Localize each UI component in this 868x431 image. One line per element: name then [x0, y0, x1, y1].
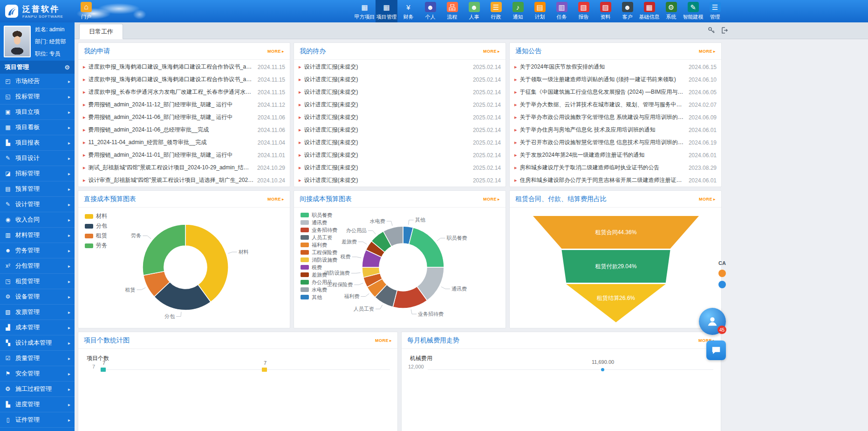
- more-link[interactable]: MORE▸: [483, 197, 500, 202]
- sidebar-menu-item[interactable]: ▙ 项目报表 ▸: [0, 135, 75, 151]
- todo-list-item[interactable]: ▸ 设计进度汇报(未提交) 2025.02.14: [299, 73, 501, 86]
- legend-item[interactable]: 水电费: [301, 286, 337, 293]
- topbar-module[interactable]: ☰ 管理: [704, 0, 726, 22]
- notice-list-item[interactable]: ▸ 于征集《中国建筑施工行业信息化发展报告 (2024) —BIM应用与发展》材…: [514, 86, 717, 98]
- topbar-module[interactable]: ▥ 任务: [551, 0, 573, 22]
- topbar-module[interactable]: ▨ 资料: [595, 0, 616, 22]
- application-list-item[interactable]: ▸ 进度款申报_长春市伊通河水力发电厂改建工程_长春市伊通河水力发电... 20…: [83, 86, 285, 98]
- legend-item[interactable]: 工程保险费: [301, 249, 337, 256]
- application-list-item[interactable]: ▸ 11_2024-11-04_admin_经营部_领导审批__完成 2024.…: [83, 136, 285, 149]
- notice-list-item[interactable]: ▸ 关于召开市政公用设施智慧化管理信息 信息技术与应用培训班的通知 2024.0…: [514, 136, 717, 149]
- todo-list-item[interactable]: ▸ 设计进度汇报(未提交) 2025.02.14: [299, 174, 501, 187]
- more-link[interactable]: MORE▸: [267, 197, 284, 202]
- sidebar-menu-item[interactable]: ▯ 证件管理 ▸: [0, 412, 75, 428]
- sidebar-menu-item[interactable]: ❂ 施工过程管理 ▸: [0, 382, 75, 397]
- sidebar-menu-item[interactable]: ▤ 预算管理 ▸: [0, 181, 75, 197]
- legend-item[interactable]: 租赁: [85, 231, 107, 241]
- sidebar-menu-item[interactable]: ◪ 招标管理 ▸: [0, 166, 75, 181]
- notice-list-item[interactable]: ▸ 住房和城乡建设部办公厅关于同意吉林省开展二级建造师注册证书电子化试点... …: [514, 174, 717, 187]
- fanpu-logo[interactable]: 泛普软件 FANPU SOFTWARE: [0, 0, 74, 22]
- topbar-module[interactable]: ♪ 通知: [507, 0, 529, 22]
- topbar-module[interactable]: ▦ 甲方项目: [354, 0, 376, 22]
- todo-list-item[interactable]: ▸ 设计进度汇报(未提交) 2025.02.14: [299, 161, 501, 174]
- ca-widget[interactable]: CA: [718, 260, 726, 288]
- topbar-module[interactable]: ▤ 计划: [529, 0, 551, 22]
- notice-list-item[interactable]: ▸ 关于发放2024年第24批一级建造师注册证书的通知 2024.06.01: [514, 149, 717, 161]
- application-list-item[interactable]: ▸ 费用报销_admin_2024-11-12_部门经理审批_胡建_ 运行中 2…: [83, 98, 285, 111]
- legend-item[interactable]: 分包: [85, 221, 107, 231]
- topbar-module[interactable]: ☻ 个人: [419, 0, 441, 22]
- sidebar-menu-item[interactable]: ◱ 投标管理 ▸: [0, 89, 75, 104]
- legend-item[interactable]: 劳务: [85, 241, 107, 250]
- topbar-module[interactable]: ⚙ 系统: [660, 0, 682, 22]
- more-link[interactable]: MORE▸: [375, 338, 392, 343]
- application-list-item[interactable]: ▸ 进度款申报_珠海鹤港口建设_珠海鹤港口建设工程合作协议书_admin_...…: [83, 73, 285, 86]
- key-icon[interactable]: [708, 27, 715, 34]
- sidebar-menu-item[interactable]: ▦ 项目看板 ▸: [0, 120, 75, 135]
- legend-item[interactable]: 职员餐费: [301, 211, 337, 219]
- sidebar-menu-item[interactable]: ◳ 租赁管理 ▸: [0, 274, 75, 289]
- notice-list-item[interactable]: ▸ 关于领取一级注册建造师培训贴的通知 (须持一建证书前来领取) 2024.06…: [514, 73, 717, 86]
- more-link[interactable]: MORE▸: [699, 197, 716, 202]
- legend-item[interactable]: 消防设施费: [301, 256, 337, 264]
- topbar-module[interactable]: ¥ 财务: [397, 0, 419, 22]
- legend-item[interactable]: 差旅费: [301, 271, 337, 278]
- todo-list-item[interactable]: ▸ 设计进度汇报(未提交) 2025.02.14: [299, 136, 501, 149]
- ca-blue-icon[interactable]: [718, 281, 726, 288]
- topbar-module[interactable]: ✎ 智能建模: [682, 0, 704, 22]
- sidebar-menu-item[interactable]: ▙ 进度管理 ▸: [0, 397, 75, 412]
- sidebar-menu-item[interactable]: ☑ 质量管理 ▸: [0, 351, 75, 366]
- nav-home[interactable]: ⌂ 门户: [74, 0, 99, 22]
- topbar-module[interactable]: ☻ 人事: [463, 0, 485, 22]
- sidebar-menu-item[interactable]: ▧ 发票管理 ▸: [0, 305, 75, 320]
- application-list-item[interactable]: ▸ 费用报销_admin_2024-11-06_总经理审批__完成 2024.1…: [83, 124, 285, 136]
- application-list-item[interactable]: ▸ 进度款申报_珠海鹤港口建设_珠海鹤港口建设工程合作协议书_admin_...…: [83, 61, 285, 73]
- notice-list-item[interactable]: ▸ 房和城乡建设厅关于取消二级建造师临时执业证书的公告 2023.08.29: [514, 161, 717, 174]
- more-link[interactable]: MORE▸: [483, 49, 500, 54]
- application-list-item[interactable]: ▸ 费用报销_admin_2024-11-01_部门经理审批_胡建_ 运行中 2…: [83, 149, 285, 161]
- legend-item[interactable]: 福利费: [301, 241, 337, 249]
- sidebar-menu-item[interactable]: ⚙ 设备管理 ▸: [0, 289, 75, 305]
- topbar-module[interactable]: ▦ 项目管理: [376, 0, 397, 22]
- todo-list-item[interactable]: ▸ 设计进度汇报(未提交) 2025.02.14: [299, 124, 501, 136]
- topbar-module[interactable]: ▧ 报告: [573, 0, 595, 22]
- legend-item[interactable]: 人员工资: [301, 234, 337, 241]
- topbar-module[interactable]: ▦ 基础信息: [638, 0, 660, 22]
- topbar-module[interactable]: ☰ 行政: [485, 0, 507, 22]
- todo-list-item[interactable]: ▸ 设计进度汇报(未提交) 2025.02.14: [299, 86, 501, 98]
- sidebar-menu-item[interactable]: ⚑ 安全管理 ▸: [0, 366, 75, 382]
- ca-orange-icon[interactable]: [718, 270, 726, 277]
- legend-item[interactable]: 税费: [301, 264, 337, 271]
- gear-icon[interactable]: ⚙: [64, 64, 70, 71]
- legend-item[interactable]: 业务招待费: [301, 226, 337, 234]
- avatar[interactable]: [4, 26, 31, 57]
- chat-button[interactable]: [706, 341, 726, 360]
- legend-item[interactable]: 其他: [301, 293, 337, 301]
- application-list-item[interactable]: ▸ 设计审查_彭祖新城“四馆”景观工程设计项目_请选择_胡广生_2024-10-…: [83, 174, 285, 187]
- notice-list-item[interactable]: ▸ 关于举办住房与房地产信息化 技术及应用培训班的通知 2024.06.01: [514, 124, 717, 136]
- sidebar-menu-item[interactable]: ▟ 成本管理 ▸: [0, 320, 75, 335]
- todo-list-item[interactable]: ▸ 设计进度汇报(未提交) 2025.02.14: [299, 61, 501, 73]
- notice-list-item[interactable]: ▸ 关于2024年国庆节放假安排的通知 2024.06.15: [514, 61, 717, 73]
- legend-item[interactable]: 通讯费: [301, 219, 337, 226]
- application-list-item[interactable]: ▸ 费用报销_admin_2024-11-06_部门经理审批_胡建_ 运行中 2…: [83, 111, 285, 124]
- sidebar-menu-item[interactable]: ◰ 市场经营 ▸: [0, 74, 75, 89]
- exit-icon[interactable]: [721, 27, 728, 34]
- todo-list-item[interactable]: ▸ 设计进度汇报(未提交) 2025.02.14: [299, 149, 501, 161]
- sidebar-menu-item[interactable]: x² 分包管理 ▸: [0, 258, 75, 274]
- sidebar-menu-item[interactable]: ☻ 劳务管理 ▸: [0, 243, 75, 258]
- sidebar-menu-item[interactable]: ✎ 项目设计 ▸: [0, 151, 75, 166]
- tab-daily-work[interactable]: 日常工作: [79, 24, 123, 39]
- sidebar-menu-item[interactable]: ▣ 项目立项 ▸: [0, 104, 75, 120]
- sidebar-menu-item[interactable]: ✎ 设计管理 ▸: [0, 197, 75, 212]
- notice-list-item[interactable]: ▸ 关于举办大数据、云计算技术在城市建设、规划、管理与服务中的应用培训班... …: [514, 98, 717, 111]
- sidebar-menu-item[interactable]: ◉ 收入合同 ▸: [0, 212, 75, 228]
- topbar-module[interactable]: ☻ 客户: [616, 0, 638, 22]
- more-link[interactable]: MORE▸: [699, 49, 716, 54]
- todo-list-item[interactable]: ▸ 设计进度汇报(未提交) 2025.02.14: [299, 111, 501, 124]
- sidebar-menu-item[interactable]: ▚ 设计成本管理 ▸: [0, 335, 75, 351]
- legend-item[interactable]: 材料: [85, 211, 107, 221]
- sidebar-menu-item[interactable]: ▥ 材料管理 ▸: [0, 228, 75, 243]
- more-link[interactable]: MORE▸: [267, 49, 284, 54]
- notice-list-item[interactable]: ▸ 关于举办市政公用设施数字化管理信息 系统建设与应用培训班的通知 2024.0…: [514, 111, 717, 124]
